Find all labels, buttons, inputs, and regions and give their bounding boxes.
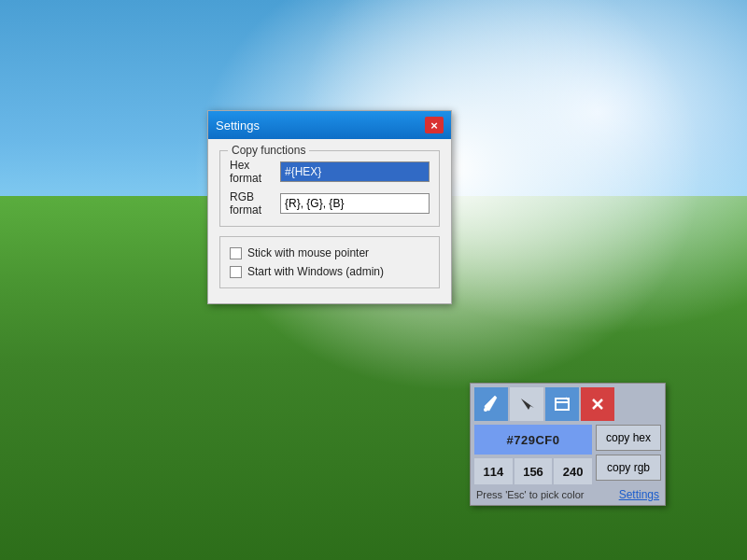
cursor-button[interactable] bbox=[510, 387, 543, 421]
stick-label: Stick with mouse pointer bbox=[247, 246, 369, 259]
cursor-icon bbox=[519, 397, 534, 412]
windows-checkbox[interactable] bbox=[230, 266, 242, 278]
color-swatch: #729CF0 bbox=[474, 425, 592, 455]
settings-link[interactable]: Settings bbox=[619, 488, 659, 501]
close-button[interactable] bbox=[581, 387, 614, 421]
stick-checkbox[interactable] bbox=[230, 247, 242, 259]
window-button[interactable] bbox=[545, 387, 579, 421]
settings-titlebar: Settings × bbox=[208, 111, 451, 139]
eyedropper-button[interactable] bbox=[474, 387, 508, 421]
settings-window: Settings × Copy functions Hex format RGB… bbox=[207, 110, 452, 304]
copy-functions-group: Copy functions Hex format RGB format bbox=[219, 150, 440, 227]
g-value: 156 bbox=[514, 458, 553, 484]
windows-option-row: Start with Windows (admin) bbox=[230, 265, 430, 278]
settings-body: Copy functions Hex format RGB format Sti… bbox=[208, 139, 451, 303]
color-picker-widget: #729CF0 114 156 240 copy hex copy rgb Pr… bbox=[470, 383, 666, 506]
picker-toolbar bbox=[474, 387, 661, 421]
windows-label: Start with Windows (admin) bbox=[247, 265, 384, 278]
copy-hex-button[interactable]: copy hex bbox=[596, 425, 661, 451]
b-value: 240 bbox=[554, 458, 592, 484]
rgb-values-row: 114 156 240 bbox=[474, 458, 592, 484]
copy-functions-label: Copy functions bbox=[228, 144, 309, 157]
settings-close-button[interactable]: × bbox=[425, 117, 444, 133]
r-value: 114 bbox=[474, 458, 513, 484]
rgb-format-input[interactable] bbox=[280, 193, 430, 214]
copy-rgb-button[interactable]: copy rgb bbox=[596, 455, 661, 481]
picker-main: #729CF0 114 156 240 copy hex copy rgb bbox=[474, 425, 661, 484]
hex-display: #729CF0 bbox=[507, 433, 560, 447]
close-icon bbox=[590, 397, 605, 412]
rgb-format-label: RGB format bbox=[230, 190, 280, 217]
hex-format-row: Hex format bbox=[230, 159, 430, 185]
svg-point-0 bbox=[484, 408, 487, 412]
esc-hint: Press 'Esc' to pick color bbox=[476, 489, 584, 500]
hex-format-label: Hex format bbox=[230, 159, 280, 185]
rgb-format-row: RGB format bbox=[230, 190, 430, 217]
stick-option-row: Stick with mouse pointer bbox=[230, 246, 430, 259]
window-icon bbox=[554, 396, 571, 413]
eyedropper-icon bbox=[483, 396, 500, 413]
hex-format-input[interactable] bbox=[280, 161, 430, 182]
settings-title: Settings bbox=[216, 119, 260, 133]
picker-left: #729CF0 114 156 240 bbox=[474, 425, 592, 484]
svg-rect-1 bbox=[556, 399, 569, 410]
picker-right: copy hex copy rgb bbox=[596, 425, 661, 484]
options-group: Stick with mouse pointer Start with Wind… bbox=[219, 236, 440, 288]
picker-footer: Press 'Esc' to pick color Settings bbox=[474, 488, 661, 501]
